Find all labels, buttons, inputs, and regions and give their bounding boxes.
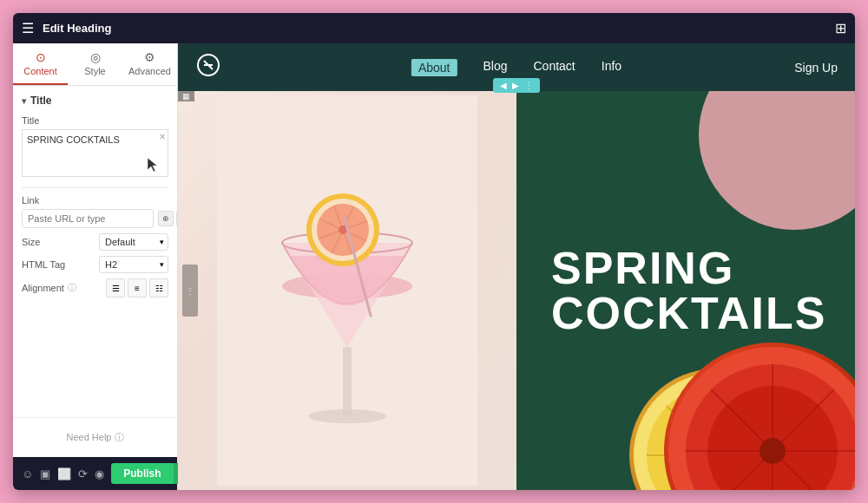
link-field-label: Link (22, 195, 168, 206)
preview-area: About Blog Contact Info Sign Up ◀ ▶ ⋮ (178, 43, 855, 490)
nav-links: About Blog Contact Info (411, 59, 621, 76)
content-area: ⊙ Content ◎ Style ⚙ Advanced (13, 43, 855, 490)
decorative-circle-pink (699, 91, 855, 230)
content-tab-icon: ⊙ (36, 50, 46, 64)
alignment-info-icon: ⓘ (68, 282, 76, 294)
edit-toolbar-prev[interactable]: ◀ (500, 81, 507, 90)
cocktail-illustration (217, 95, 477, 486)
align-left-btn[interactable]: ☰ (106, 278, 125, 297)
cocktail-background (178, 91, 516, 490)
link-delete-btn[interactable]: ✕ (176, 211, 177, 226)
align-center-btn[interactable]: ≡ (128, 278, 147, 297)
bottom-toolbar: ☺ ▣ ⬜ ⟳ ◉ Publish ▾ (13, 457, 177, 490)
content-tab-label: Content (23, 66, 57, 76)
preview-left-panel: ⋮ ▦ (178, 91, 516, 490)
alignment-field-row: Alignment ⓘ ☰ ≡ ☷ (22, 278, 168, 297)
edit-toolbar-next[interactable]: ▶ (512, 81, 519, 90)
title-textarea-container: SPRING COCKTAILS ✕ (22, 129, 168, 180)
left-edit-handle[interactable]: ⋮ (182, 265, 198, 317)
alignment-buttons: ☰ ≡ ☷ (106, 278, 168, 297)
style-tab-label: Style (84, 66, 105, 76)
sidebar-tabs: ⊙ Content ◎ Style ⚙ Advanced (13, 43, 177, 86)
size-select-wrapper: Default Small Medium Large X-Large (99, 233, 168, 251)
publish-button[interactable]: Publish (111, 463, 173, 484)
need-help-section: Need Help ⓘ (13, 417, 177, 457)
alignment-label: Alignment (22, 283, 64, 293)
html-tag-label: HTML Tag (22, 259, 99, 270)
nav-link-info[interactable]: Info (602, 59, 621, 76)
svg-point-30 (760, 438, 786, 464)
size-select[interactable]: Default Small Medium Large X-Large (99, 233, 168, 251)
size-field-label: Size (22, 237, 99, 247)
nav-link-about[interactable]: About (411, 59, 457, 76)
style-tab-icon: ◎ (90, 50, 101, 64)
advanced-tab-label: Advanced (128, 66, 171, 76)
svg-rect-12 (343, 347, 352, 416)
nav-logo-icon (195, 52, 221, 82)
html-tag-select[interactable]: H2 H1 H3 H4 p (99, 256, 168, 273)
bottom-icon-rect[interactable]: ⬜ (57, 467, 71, 480)
outer-frame: ☰ Edit Heading ⊞ ⊙ Content ◎ Style (0, 0, 868, 503)
decorative-circle-red (664, 343, 855, 490)
top-bar: ☰ Edit Heading ⊞ (13, 13, 855, 43)
edit-toolbar-overlay: ◀ ▶ ⋮ (493, 78, 540, 93)
html-tag-select-wrapper: H2 H1 H3 H4 p (99, 256, 168, 273)
nav-link-blog[interactable]: Blog (483, 59, 507, 76)
nav-link-contact[interactable]: Contact (534, 59, 575, 76)
heading-line-2: COCKTAILS (551, 288, 826, 338)
preview-main-heading: SPRING COCKTAILS (551, 245, 826, 336)
advanced-tab-icon: ⚙ (144, 50, 155, 64)
tab-content[interactable]: ⊙ Content (13, 43, 68, 85)
sidebar: ⊙ Content ◎ Style ⚙ Advanced (13, 43, 178, 490)
bottom-icon-circle[interactable]: ◉ (95, 467, 104, 480)
logo-svg (195, 52, 221, 78)
preview-navbar: About Blog Contact Info Sign Up ◀ ▶ ⋮ (178, 43, 855, 91)
preview-right-panel: SPRING COCKTAILS (516, 91, 855, 490)
title-field-label: Title (22, 115, 168, 126)
link-field-icons: ⊕ ✕ (158, 211, 177, 226)
hamburger-icon[interactable]: ☰ (22, 20, 34, 36)
bottom-icon-smile[interactable]: ☺ (22, 467, 33, 480)
size-field-row: Size Default Small Medium Large X-Large (22, 233, 168, 251)
bottom-icon-refresh[interactable]: ⟳ (78, 467, 88, 480)
nav-signup-link[interactable]: Sign Up (794, 61, 838, 75)
title-section-header: ▾ Title (22, 95, 168, 107)
alignment-label-group: Alignment ⓘ (22, 282, 106, 294)
align-right-btn[interactable]: ☷ (149, 278, 168, 297)
need-help-text: Need Help (66, 432, 111, 442)
section-title: Title (30, 95, 51, 107)
edit-toolbar-more[interactable]: ⋮ (524, 81, 533, 90)
cursor-indicator (144, 156, 161, 173)
link-icon-btn[interactable]: ⊕ (158, 211, 174, 226)
heading-line-1: SPRING (551, 243, 734, 293)
preview-main: ⋮ ▦ (178, 91, 855, 490)
section-toggle-icon[interactable]: ▾ (22, 96, 26, 106)
divider (22, 187, 168, 188)
html-tag-field-row: HTML Tag H2 H1 H3 H4 p (22, 256, 168, 273)
editor-title: Edit Heading (43, 22, 826, 35)
editor-container: ☰ Edit Heading ⊞ ⊙ Content ◎ Style (13, 13, 855, 490)
bottom-icon-grid[interactable]: ▣ (40, 467, 50, 480)
sidebar-content: ▾ Title Title SPRING COCKTAILS ✕ (13, 86, 177, 417)
need-help-icon[interactable]: ⓘ (115, 432, 124, 442)
tab-advanced[interactable]: ⚙ Advanced (122, 43, 177, 85)
link-field-row: ⊕ ✕ (22, 209, 168, 228)
column-indicator[interactable]: ▦ (178, 91, 194, 101)
svg-point-13 (308, 409, 386, 423)
tab-style[interactable]: ◎ Style (68, 43, 122, 85)
grid-icon[interactable]: ⊞ (835, 20, 846, 36)
textarea-delete-icon[interactable]: ✕ (159, 132, 166, 141)
link-input[interactable] (22, 209, 154, 228)
